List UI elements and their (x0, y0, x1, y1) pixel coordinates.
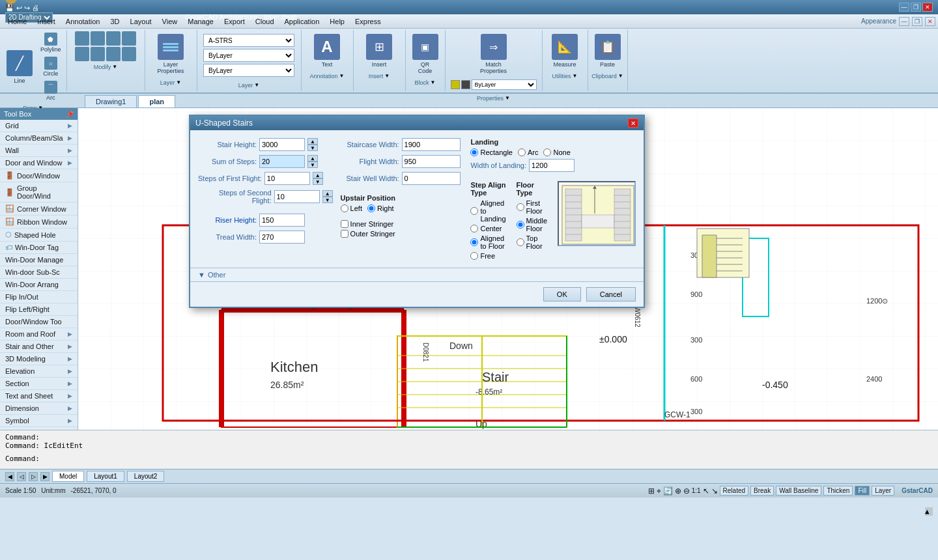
flight-width-input[interactable] (402, 155, 461, 168)
nav-arrow-1[interactable]: ↖ (703, 486, 709, 496)
layer-button[interactable]: Layer (872, 486, 894, 496)
erase-button[interactable] (75, 31, 89, 46)
toolbox-room-roof[interactable]: Room and Roof ▶ (0, 328, 78, 341)
layer-properties-button[interactable]: LayerProperties (154, 31, 188, 77)
toolbox-group-door[interactable]: 🚪 Group Door/Wind (0, 182, 78, 203)
first-floor-radio[interactable] (517, 203, 524, 211)
annotation-expand-icon[interactable]: ▼ (339, 73, 345, 79)
upstair-right-radio[interactable] (367, 204, 375, 212)
menu-manage[interactable]: Manage (182, 16, 219, 27)
break-button[interactable]: Break (750, 486, 774, 496)
toolbox-door-window[interactable]: Door and Window ▶ (0, 157, 78, 169)
menu-3d[interactable]: 3D (105, 16, 124, 27)
match-properties-button[interactable]: ⇒ MatchProperties (476, 31, 511, 77)
top-floor-radio[interactable] (517, 238, 524, 246)
tab-layout1[interactable]: Layout1 (87, 471, 124, 482)
ok-button[interactable]: OK (543, 287, 581, 301)
layer-select-expand-icon[interactable]: ▼ (254, 82, 259, 88)
copy-button[interactable] (91, 31, 105, 46)
menu-express[interactable]: Express (350, 16, 386, 27)
arc-button[interactable]: ⌒ Arc (38, 79, 64, 102)
menu-application[interactable]: Application (279, 16, 325, 27)
toolbox-column[interactable]: Column/Beam/Sla ▶ (0, 132, 78, 145)
fill-button[interactable]: Fill (855, 486, 870, 496)
toolbox-pin-icon[interactable]: 📌 (66, 111, 74, 118)
rotate-button[interactable] (106, 47, 121, 61)
insert-button[interactable]: ⊞ Insert (362, 31, 396, 70)
upstair-left-radio[interactable] (341, 204, 348, 212)
toolbox-doorwindow[interactable]: 🚪 Door/Window (0, 169, 78, 182)
block-expand-icon[interactable]: ▼ (431, 79, 436, 85)
line-button[interactable]: ╱ Line (3, 48, 36, 87)
nav-icon-3[interactable]: 🔄 (663, 486, 673, 496)
toolbox-win-door-tag[interactable]: 🏷 Win-Door Tag (0, 242, 78, 254)
tab-drawing1[interactable]: Drawing1 (85, 95, 137, 107)
related-button[interactable]: Related (720, 486, 748, 496)
toolbox-dimension[interactable]: Dimension ▶ (0, 402, 78, 415)
sum-steps-up[interactable]: ▲ (307, 155, 318, 161)
toolbox-stair[interactable]: Stair and Other ▶ (0, 341, 78, 353)
menu-export[interactable]: Export (219, 16, 250, 27)
landing-none-option[interactable]: None (543, 148, 570, 156)
mirror-button[interactable] (106, 31, 121, 46)
layer-linetype-select[interactable]: ByLayer (203, 64, 294, 77)
toolbox-site-plan[interactable]: Site Plan Desig ▶ (0, 427, 78, 430)
menu-layout[interactable]: Layout (125, 16, 157, 27)
utilities-expand-icon[interactable]: ▼ (573, 73, 578, 79)
toolbox-symbol[interactable]: Symbol ▶ (0, 415, 78, 427)
wall-baseline-button[interactable]: Wall Baseline (776, 486, 821, 496)
other-toggle-button[interactable]: ▼ Other (198, 271, 636, 279)
restore-button[interactable]: ❐ (911, 3, 921, 12)
sum-steps-input[interactable] (259, 155, 305, 168)
toolbox-wall[interactable]: Wall ▶ (0, 145, 78, 157)
scroll-right-button[interactable]: ▶ (40, 472, 50, 481)
tab-model[interactable]: Model (52, 471, 84, 482)
steps-first-input[interactable] (264, 172, 310, 185)
menu-help[interactable]: Help (324, 16, 350, 27)
landing-arc-option[interactable]: Arc (518, 148, 539, 156)
ribbon-restore-button[interactable]: ❐ (912, 17, 922, 26)
menu-cloud[interactable]: Cloud (250, 16, 279, 27)
first-floor-option[interactable]: First Floor (517, 199, 547, 215)
scroll-prev-button[interactable]: ◁ (17, 472, 26, 481)
steps-first-down[interactable]: ▼ (313, 178, 323, 185)
qr-code-button[interactable]: ▣ QRCode (408, 31, 442, 77)
polyline-button[interactable]: ⬟ Polyline (38, 31, 64, 54)
top-floor-option[interactable]: Top Floor (517, 234, 547, 250)
stair-height-up[interactable]: ▲ (307, 138, 318, 145)
stair-height-down[interactable]: ▼ (307, 145, 318, 151)
nav-icon-1[interactable]: ⊞ (648, 486, 655, 496)
landing-rectangle-radio[interactable] (470, 148, 478, 156)
insert-expand-icon[interactable]: ▼ (384, 73, 390, 79)
thicken-button[interactable]: Thicken (823, 486, 853, 496)
text-button[interactable]: A Text (310, 31, 344, 70)
toolbox-flip-inout[interactable]: Flip In/Out (0, 291, 78, 303)
minimize-button[interactable]: — (899, 3, 909, 12)
scroll-left-button[interactable]: ◀ (5, 472, 14, 481)
upstair-left-option[interactable]: Left (341, 204, 362, 212)
upstair-right-option[interactable]: Right (367, 204, 394, 212)
toolbox-section[interactable]: Section ▶ (0, 378, 78, 390)
layer-expand-icon[interactable]: ▼ (176, 79, 181, 85)
modify-expand-icon[interactable]: ▼ (112, 64, 117, 70)
toolbox-win-door-sub[interactable]: Win-door Sub-Sc (0, 266, 78, 279)
cmd-scrollbar[interactable]: ▲ (925, 507, 933, 516)
align-center-radio[interactable] (470, 225, 478, 232)
scale-button[interactable] (122, 47, 136, 61)
landing-rectangle-option[interactable]: Rectangle (470, 148, 513, 156)
toolbox-door-window-tool[interactable]: Door/Window Too (0, 316, 78, 328)
toolbox-elevation[interactable]: Elevation ▶ (0, 365, 78, 378)
inner-stringer-checkbox[interactable] (341, 220, 348, 228)
menu-view[interactable]: View (157, 16, 183, 27)
landing-arc-radio[interactable] (518, 148, 526, 156)
landing-none-radio[interactable] (543, 148, 551, 156)
circle-button[interactable]: ○ Circle (38, 55, 64, 78)
nav-icon-2[interactable]: ⌖ (657, 486, 661, 496)
toolbox-win-door-arrang[interactable]: Win-Door Arrang (0, 279, 78, 291)
middle-floor-option[interactable]: Middle Floor (517, 217, 547, 232)
dialog-close-button[interactable]: ✕ (628, 119, 638, 128)
props-layer-select[interactable]: ByLayer (472, 79, 537, 90)
offset-button[interactable] (122, 31, 136, 46)
toolbox-ribbon-window[interactable]: 🪟 Ribbon Window (0, 216, 78, 229)
stairwell-width-input[interactable] (402, 172, 461, 185)
